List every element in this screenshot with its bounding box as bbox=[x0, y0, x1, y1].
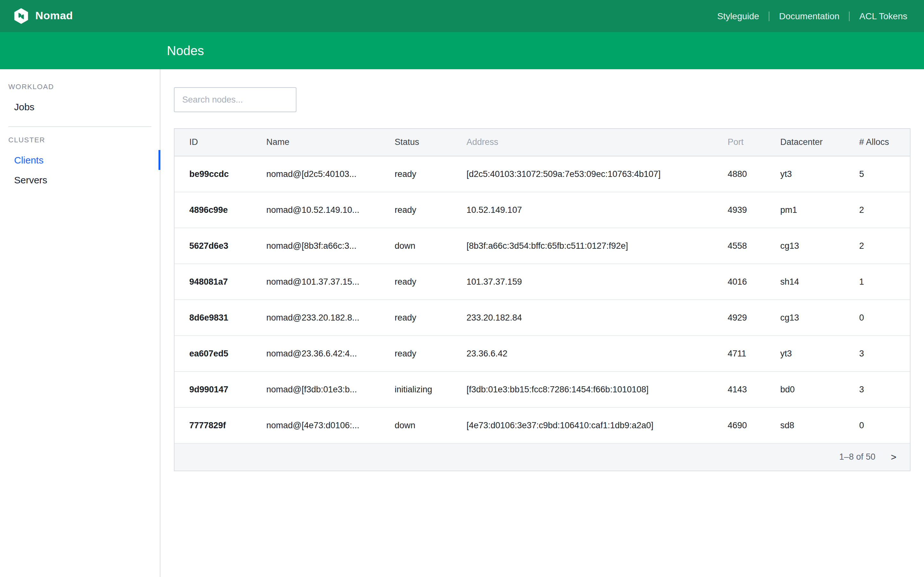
cell-allocs: 2 bbox=[845, 227, 910, 263]
pagination-bar: 1–8 of 50 > bbox=[174, 443, 910, 470]
cell-allocs: 3 bbox=[845, 371, 910, 407]
topnav-documentation-link[interactable]: Documentation bbox=[779, 11, 839, 21]
cell-id: 5627d6e3 bbox=[174, 227, 252, 263]
column-header-status[interactable]: Status bbox=[380, 129, 452, 156]
cell-allocs: 0 bbox=[845, 407, 910, 443]
cell-address: [8b3f:a66c:3d54:bffc:65fb:c511:0127:f92e… bbox=[452, 227, 713, 263]
cell-address: 23.36.6.42 bbox=[452, 335, 713, 371]
cell-port: 4143 bbox=[713, 371, 766, 407]
cell-port: 4929 bbox=[713, 300, 766, 335]
cell-id: 9d990147 bbox=[174, 371, 252, 407]
nodes-table: ID Name Status Address Port Datacenter #… bbox=[174, 129, 910, 443]
topnav-acl-tokens-link[interactable]: ACL Tokens bbox=[859, 11, 907, 21]
column-header-address: Address bbox=[452, 129, 713, 156]
cell-name: nomad@23.36.6.42:4... bbox=[252, 335, 380, 371]
table-row[interactable]: 4896c99e nomad@10.52.149.10... ready 10.… bbox=[174, 192, 910, 227]
table-header-row: ID Name Status Address Port Datacenter #… bbox=[174, 129, 910, 156]
cell-allocs: 1 bbox=[845, 263, 910, 300]
cell-address: [f3db:01e3:bb15:fcc8:7286:1454:f66b:1010… bbox=[452, 371, 713, 407]
cell-datacenter: pm1 bbox=[766, 192, 845, 227]
sidebar-section-workload-label: WORKLOAD bbox=[0, 83, 160, 90]
cell-id: be99ccdc bbox=[174, 156, 252, 192]
nodes-table-container: ID Name Status Address Port Datacenter #… bbox=[174, 128, 911, 471]
column-header-datacenter[interactable]: Datacenter bbox=[766, 129, 845, 156]
sidebar-item-jobs[interactable]: Jobs bbox=[0, 97, 160, 117]
topnav-styleguide-link[interactable]: Styleguide bbox=[717, 11, 759, 21]
cell-address: 101.37.37.159 bbox=[452, 263, 713, 300]
cell-address: [d2c5:40103:31072:509a:7e53:09ec:10763:4… bbox=[452, 156, 713, 192]
main-content: ID Name Status Address Port Datacenter #… bbox=[160, 69, 924, 577]
topnav-divider bbox=[769, 11, 769, 21]
sidebar-workload-menu: Jobs bbox=[0, 97, 160, 117]
column-header-name[interactable]: Name bbox=[252, 129, 380, 156]
table-row[interactable]: 8d6e9831 nomad@233.20.182.8... ready 233… bbox=[174, 300, 910, 335]
topbar: Nomad Styleguide Documentation ACL Token… bbox=[0, 0, 924, 32]
search-input[interactable] bbox=[174, 87, 296, 112]
cell-port: 4016 bbox=[713, 263, 766, 300]
cell-port: 4690 bbox=[713, 407, 766, 443]
column-header-port: Port bbox=[713, 129, 766, 156]
pagination-range: 1–8 of 50 bbox=[839, 452, 876, 462]
sidebar: WORKLOAD Jobs CLUSTER Clients Servers bbox=[0, 69, 160, 577]
cell-datacenter: sh14 bbox=[766, 263, 845, 300]
sidebar-cluster-menu: Clients Servers bbox=[0, 150, 160, 190]
cell-id: 8d6e9831 bbox=[174, 300, 252, 335]
cell-address: 233.20.182.84 bbox=[452, 300, 713, 335]
sidebar-section-cluster-label: CLUSTER bbox=[0, 136, 160, 143]
page-title: Nodes bbox=[167, 43, 204, 58]
cell-datacenter: yt3 bbox=[766, 156, 845, 192]
table-row[interactable]: 948081a7 nomad@101.37.37.15... ready 101… bbox=[174, 263, 910, 300]
cell-name: nomad@[f3db:01e3:b... bbox=[252, 371, 380, 407]
table-row[interactable]: ea607ed5 nomad@23.36.6.42:4... ready 23.… bbox=[174, 335, 910, 371]
sidebar-item-servers[interactable]: Servers bbox=[0, 170, 160, 190]
cell-status: initializing bbox=[380, 371, 452, 407]
cell-id: ea607ed5 bbox=[174, 335, 252, 371]
cell-id: 7777829f bbox=[174, 407, 252, 443]
cell-name: nomad@233.20.182.8... bbox=[252, 300, 380, 335]
cell-name: nomad@[d2c5:40103... bbox=[252, 156, 380, 192]
sidebar-item-clients[interactable]: Clients bbox=[0, 150, 160, 170]
cell-status: down bbox=[380, 407, 452, 443]
cell-datacenter: sd8 bbox=[766, 407, 845, 443]
column-header-id[interactable]: ID bbox=[174, 129, 252, 156]
column-header-allocs[interactable]: # Allocs bbox=[845, 129, 910, 156]
cell-address: [4e73:d0106:3e37:c9bd:106410:caf1:1db9:a… bbox=[452, 407, 713, 443]
cell-status: ready bbox=[380, 156, 452, 192]
cell-status: ready bbox=[380, 300, 452, 335]
cell-allocs: 2 bbox=[845, 192, 910, 227]
cell-datacenter: cg13 bbox=[766, 227, 845, 263]
cell-address: 10.52.149.107 bbox=[452, 192, 713, 227]
cell-id: 4896c99e bbox=[174, 192, 252, 227]
cell-datacenter: yt3 bbox=[766, 335, 845, 371]
cell-allocs: 5 bbox=[845, 156, 910, 192]
table-row[interactable]: 5627d6e3 nomad@[8b3f:a66c:3... down [8b3… bbox=[174, 227, 910, 263]
page-header: Nodes bbox=[0, 32, 924, 69]
cell-name: nomad@[4e73:d0106:... bbox=[252, 407, 380, 443]
cell-name: nomad@101.37.37.15... bbox=[252, 263, 380, 300]
cell-name: nomad@10.52.149.10... bbox=[252, 192, 380, 227]
cell-datacenter: bd0 bbox=[766, 371, 845, 407]
cell-id: 948081a7 bbox=[174, 263, 252, 300]
table-row[interactable]: 7777829f nomad@[4e73:d0106:... down [4e7… bbox=[174, 407, 910, 443]
cell-port: 4880 bbox=[713, 156, 766, 192]
cell-status: down bbox=[380, 227, 452, 263]
cell-name: nomad@[8b3f:a66c:3... bbox=[252, 227, 380, 263]
top-navigation: Styleguide Documentation ACL Tokens bbox=[717, 11, 907, 21]
cell-status: ready bbox=[380, 263, 452, 300]
brand-home-link[interactable]: Nomad bbox=[13, 8, 73, 24]
cell-port: 4939 bbox=[713, 192, 766, 227]
cell-port: 4711 bbox=[713, 335, 766, 371]
cell-status: ready bbox=[380, 335, 452, 371]
next-page-button[interactable]: > bbox=[887, 451, 900, 463]
cell-datacenter: cg13 bbox=[766, 300, 845, 335]
table-row[interactable]: 9d990147 nomad@[f3db:01e3:b... initializ… bbox=[174, 371, 910, 407]
table-row[interactable]: be99ccdc nomad@[d2c5:40103... ready [d2c… bbox=[174, 156, 910, 192]
nomad-app: Nomad Styleguide Documentation ACL Token… bbox=[0, 0, 924, 577]
cell-status: ready bbox=[380, 192, 452, 227]
brand-name: Nomad bbox=[35, 10, 73, 23]
cell-allocs: 0 bbox=[845, 300, 910, 335]
cell-port: 4558 bbox=[713, 227, 766, 263]
sidebar-divider bbox=[8, 126, 152, 127]
cell-allocs: 3 bbox=[845, 335, 910, 371]
topnav-divider bbox=[849, 11, 850, 21]
